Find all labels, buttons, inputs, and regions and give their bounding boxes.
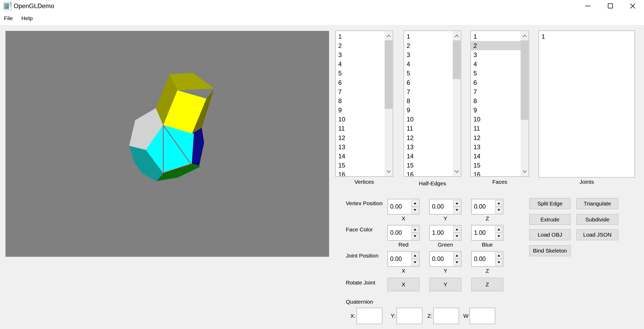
split-edge-button[interactable]: Split Edge: [529, 198, 571, 209]
half-edges-scrollbar[interactable]: [453, 31, 461, 176]
spinner-up-button[interactable]: [495, 200, 502, 207]
list-item[interactable]: 11: [336, 124, 385, 133]
list-item[interactable]: 9: [404, 106, 453, 115]
faces-listbox[interactable]: 12345678910111213141516: [471, 31, 529, 177]
list-item[interactable]: 14: [404, 152, 453, 161]
list-item[interactable]: 6: [471, 78, 521, 87]
scroll-down-button[interactable]: [521, 167, 528, 176]
list-item[interactable]: 11: [471, 124, 521, 133]
load-obj-button[interactable]: Load OBJ: [529, 229, 571, 240]
list-item[interactable]: 3: [404, 50, 453, 59]
vertex-position-x-spinbox[interactable]: 0.00: [388, 199, 419, 214]
list-item[interactable]: 5: [471, 69, 521, 78]
menu-file[interactable]: File: [3, 12, 14, 25]
list-item[interactable]: 2: [471, 41, 521, 50]
face-color-red-spinbox[interactable]: 0.00: [388, 225, 419, 241]
load-json-button[interactable]: Load JSON: [576, 229, 618, 240]
list-item[interactable]: 13: [404, 142, 453, 152]
list-item[interactable]: 12: [404, 133, 453, 142]
list-item[interactable]: 9: [471, 106, 521, 115]
list-item[interactable]: 12: [471, 133, 521, 142]
spinner-up-button[interactable]: [453, 226, 460, 233]
spinner-down-button[interactable]: [453, 233, 460, 239]
spinner-up-button[interactable]: [453, 252, 460, 259]
extrude-button[interactable]: Extrude: [529, 214, 571, 225]
list-item[interactable]: 14: [471, 152, 521, 161]
list-item[interactable]: 3: [336, 50, 385, 59]
spinner-up-button[interactable]: [411, 226, 418, 233]
list-item[interactable]: 1: [336, 32, 385, 41]
spinner-up-button[interactable]: [495, 226, 502, 233]
list-item[interactable]: 8: [336, 96, 385, 105]
scroll-down-button[interactable]: [453, 167, 461, 176]
vertex-position-y-spinbox[interactable]: 0.00: [429, 199, 461, 214]
list-item[interactable]: 1: [404, 32, 453, 41]
rotate-y-button[interactable]: Y: [429, 278, 461, 291]
list-item[interactable]: 4: [471, 60, 521, 69]
list-item[interactable]: 1: [539, 32, 634, 41]
scrollbar-thumb[interactable]: [453, 40, 461, 79]
scrollbar-thumb[interactable]: [521, 40, 528, 120]
list-item[interactable]: 15: [471, 161, 521, 170]
list-item[interactable]: 10: [404, 115, 453, 124]
list-item[interactable]: 15: [404, 161, 453, 170]
list-item[interactable]: 1: [471, 32, 521, 41]
list-item[interactable]: 13: [336, 142, 385, 152]
spinner-down-button[interactable]: [495, 207, 502, 213]
half-edges-listbox[interactable]: 12345678910111213141516: [404, 31, 461, 177]
quaternion-w-input[interactable]: [470, 308, 495, 324]
vertices-listbox[interactable]: 12345678910111213141516: [335, 31, 393, 177]
list-item[interactable]: 7: [336, 87, 385, 96]
faces-scrollbar[interactable]: [521, 31, 528, 176]
list-item[interactable]: 3: [471, 50, 521, 59]
spinner-up-button[interactable]: [453, 200, 460, 207]
rotate-x-button[interactable]: X: [388, 278, 419, 291]
list-item[interactable]: 13: [471, 142, 521, 152]
subdivide-button[interactable]: Subdivide: [576, 214, 618, 225]
scroll-down-button[interactable]: [385, 167, 392, 176]
scroll-up-button[interactable]: [385, 31, 392, 41]
list-item[interactable]: 12: [336, 133, 385, 142]
list-item[interactable]: 9: [336, 106, 385, 115]
spinner-down-button[interactable]: [411, 207, 418, 213]
joint-position-z-spinbox[interactable]: 0.00: [471, 251, 503, 267]
joint-position-x-spinbox[interactable]: 0.00: [388, 251, 419, 267]
list-item[interactable]: 7: [471, 87, 521, 96]
list-item[interactable]: 10: [336, 115, 385, 124]
vertex-position-z-spinbox[interactable]: 0.00: [471, 199, 503, 214]
spinner-up-button[interactable]: [411, 200, 418, 207]
list-item[interactable]: 15: [336, 161, 385, 170]
spinner-down-button[interactable]: [495, 259, 502, 266]
list-item[interactable]: 8: [471, 96, 521, 105]
list-item[interactable]: 16: [471, 170, 521, 176]
bind-skeleton-button[interactable]: Bind Skeleton: [529, 245, 571, 256]
spinner-down-button[interactable]: [453, 259, 460, 266]
minimize-button[interactable]: [576, 0, 599, 12]
triangulate-button[interactable]: Triangulate: [576, 198, 618, 209]
scroll-up-button[interactable]: [521, 31, 528, 41]
list-item[interactable]: 5: [336, 69, 385, 78]
opengl-viewport[interactable]: [6, 31, 329, 257]
joint-position-y-spinbox[interactable]: 0.00: [429, 251, 461, 267]
joints-listbox[interactable]: 1: [539, 31, 635, 177]
spinner-up-button[interactable]: [495, 252, 502, 259]
spinner-up-button[interactable]: [411, 252, 418, 259]
list-item[interactable]: 4: [404, 60, 453, 69]
list-item[interactable]: 11: [404, 124, 453, 133]
spinner-down-button[interactable]: [495, 233, 502, 239]
scrollbar-thumb[interactable]: [385, 40, 392, 109]
spinner-down-button[interactable]: [411, 259, 418, 266]
list-item[interactable]: 16: [336, 170, 385, 176]
list-item[interactable]: 8: [404, 96, 453, 105]
quaternion-x-input[interactable]: [357, 308, 382, 324]
list-item[interactable]: 5: [404, 69, 453, 78]
mesh-face-box-top[interactable]: [170, 73, 214, 90]
list-item[interactable]: 14: [336, 152, 385, 161]
list-item[interactable]: 4: [336, 60, 385, 69]
vertices-scrollbar[interactable]: [385, 31, 392, 176]
list-item[interactable]: 10: [471, 115, 521, 124]
list-item[interactable]: 2: [404, 41, 453, 50]
scroll-up-button[interactable]: [453, 31, 461, 41]
maximize-button[interactable]: [599, 0, 621, 12]
list-item[interactable]: 7: [404, 87, 453, 96]
